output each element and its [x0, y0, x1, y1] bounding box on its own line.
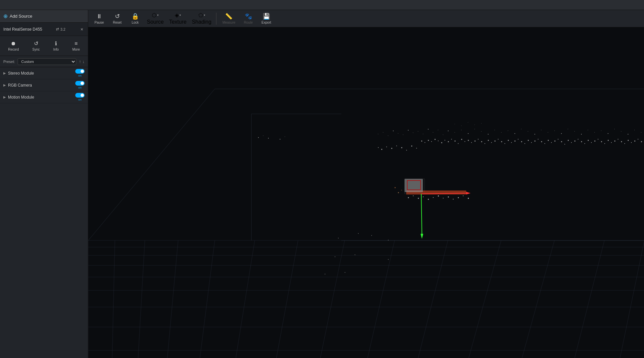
svg-rect-113: [548, 140, 549, 141]
svg-rect-174: [463, 195, 464, 196]
motion-module-chevron: ▶: [3, 95, 6, 99]
reset-icon: ↺: [115, 13, 120, 20]
shading-tool[interactable]: ⬠ ▾ Shading: [190, 11, 213, 26]
svg-rect-86: [458, 143, 459, 144]
svg-rect-191: [468, 122, 468, 123]
add-source-header[interactable]: ⊕ Add Source: [0, 10, 88, 23]
record-button[interactable]: ⏺ Record: [5, 39, 22, 53]
texture-icon: ◈: [175, 12, 179, 18]
stereo-module-item[interactable]: ▶ Stereo Module on: [0, 67, 88, 79]
svg-rect-122: [578, 139, 578, 140]
stereo-module-left: ▶ Stereo Module: [3, 71, 34, 76]
svg-rect-148: [406, 150, 407, 151]
svg-rect-175: [468, 198, 469, 199]
device-name: Intel RealSense D455: [3, 27, 42, 32]
svg-rect-31: [378, 134, 378, 134]
svg-rect-112: [544, 143, 545, 144]
svg-rect-164: [413, 195, 414, 196]
preset-upload-icon[interactable]: ↑: [79, 59, 81, 64]
motion-module-name: Motion Module: [8, 95, 34, 100]
svg-rect-132: [611, 142, 612, 143]
svg-rect-190: [461, 126, 462, 126]
info-button[interactable]: ℹ Info: [50, 38, 62, 53]
svg-rect-183: [388, 240, 389, 240]
svg-rect-59: [541, 130, 541, 130]
svg-rect-153: [268, 138, 269, 139]
svg-rect-84: [451, 139, 452, 140]
pause-label: Pause: [95, 21, 104, 24]
svg-rect-168: [433, 197, 434, 198]
svg-rect-49: [475, 129, 475, 129]
svg-rect-162: [401, 190, 402, 190]
svg-rect-68: [601, 131, 601, 131]
viewport[interactable]: [88, 27, 644, 358]
info-icon: ℹ: [55, 40, 57, 47]
svg-rect-103: [514, 141, 515, 142]
pause-tool[interactable]: ⏸ Pause: [91, 12, 108, 26]
svg-rect-192: [475, 125, 475, 125]
svg-rect-108: [531, 142, 532, 143]
lock-tool[interactable]: 🔒 Lock: [127, 11, 144, 26]
device-version-number: 3.2: [60, 27, 65, 31]
stereo-module-toggle[interactable]: on: [75, 69, 85, 77]
content-area: ⏸ Pause ↺ Reset 🔒 Lock ⬡ ▾ Source: [88, 10, 644, 358]
svg-rect-146: [396, 146, 397, 146]
shading-label: Shading: [192, 19, 211, 25]
svg-rect-109: [534, 141, 535, 142]
rgb-toggle-track[interactable]: [75, 81, 85, 86]
svg-rect-165: [418, 198, 419, 199]
preset-label: Preset:: [3, 60, 15, 64]
svg-rect-188: [345, 272, 345, 273]
measure-icon: 📏: [225, 13, 232, 20]
usb-icon: ⇄: [56, 27, 59, 31]
svg-rect-167: [428, 199, 429, 200]
svg-rect-140: [638, 139, 638, 140]
record-icon: ⏺: [11, 41, 16, 47]
stereo-module-name: Stereo Module: [8, 71, 34, 76]
svg-rect-142: [378, 147, 379, 148]
svg-rect-81: [441, 142, 442, 143]
sync-button[interactable]: ↺ Sync: [29, 38, 43, 53]
svg-rect-105: [521, 141, 522, 142]
source-tool[interactable]: ⬡ ▾ Source: [145, 11, 166, 26]
more-button[interactable]: ≡ More: [69, 39, 83, 53]
svg-rect-50: [481, 131, 482, 132]
svg-rect-138: [631, 142, 632, 143]
svg-rect-149: [411, 146, 412, 147]
close-button[interactable]: ×: [79, 26, 85, 33]
svg-rect-93: [481, 141, 482, 142]
svg-rect-0: [88, 27, 644, 358]
rgb-camera-toggle[interactable]: on: [75, 81, 85, 89]
rgb-toggle-label: on: [78, 86, 82, 89]
texture-tool[interactable]: ◈ ▾ Texture: [167, 11, 188, 26]
rgb-camera-item[interactable]: ▶ RGB Camera on: [0, 79, 88, 91]
preset-select[interactable]: Custom: [18, 58, 76, 65]
more-icon: ≡: [75, 41, 78, 47]
measure-tool[interactable]: 📏 Measure: [219, 11, 239, 26]
reset-label: Reset: [113, 21, 122, 24]
svg-rect-71: [621, 131, 621, 132]
stereo-toggle-track[interactable]: [75, 69, 85, 74]
svg-rect-137: [628, 140, 629, 141]
stereo-toggle-label: on: [78, 74, 82, 77]
motion-toggle-thumb: [81, 94, 84, 97]
svg-rect-63: [568, 129, 568, 129]
export-tool[interactable]: 💾 Export: [258, 11, 275, 26]
motion-toggle-track[interactable]: [75, 93, 85, 98]
svg-rect-74: [641, 132, 641, 133]
motion-module-item[interactable]: ▶ Motion Module on: [0, 91, 88, 103]
preset-download-icon[interactable]: ↓: [83, 59, 85, 64]
motion-module-toggle[interactable]: on: [75, 93, 85, 101]
svg-rect-55: [514, 133, 515, 134]
svg-rect-118: [564, 144, 565, 145]
svg-rect-88: [465, 141, 465, 142]
svg-rect-82: [445, 140, 445, 141]
svg-rect-180: [338, 238, 339, 238]
svg-rect-54: [508, 131, 508, 131]
shading-icon: ⬠: [198, 12, 203, 18]
svg-rect-80: [438, 141, 439, 141]
route-tool[interactable]: 🐾 Route: [240, 11, 257, 26]
svg-rect-69: [608, 133, 608, 134]
rgb-camera-left: ▶ RGB Camera: [3, 83, 32, 88]
reset-tool[interactable]: ↺ Reset: [109, 11, 126, 26]
